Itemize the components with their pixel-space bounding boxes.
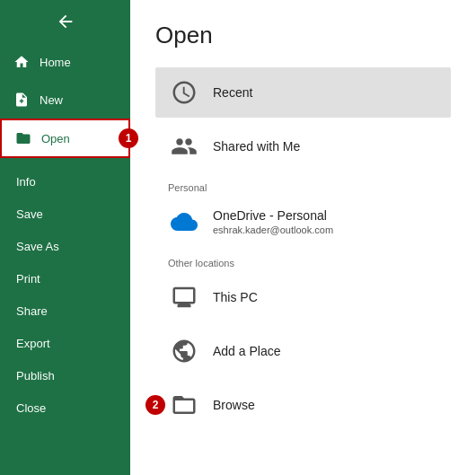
sidebar-item-export-label: Export xyxy=(16,337,50,350)
onedrive-label: OneDrive - Personal xyxy=(213,208,333,223)
pc-icon xyxy=(168,281,200,313)
onedrive-info: OneDrive - Personal eshrak.kader@outlook… xyxy=(213,208,333,235)
home-icon xyxy=(13,53,31,71)
browse-label: Browse xyxy=(213,398,255,412)
people-icon xyxy=(168,130,200,163)
page-title: Open xyxy=(155,22,451,49)
open-option-recent[interactable]: Recent xyxy=(155,67,451,118)
globe-icon xyxy=(168,335,200,367)
this-pc-label: This PC xyxy=(213,290,258,304)
recent-label: Recent xyxy=(213,85,252,100)
sidebar-item-open-label: Open xyxy=(41,132,70,145)
sidebar-item-home[interactable]: Home xyxy=(0,43,130,81)
other-section-label: Other locations xyxy=(155,258,451,268)
sidebar-item-save-as[interactable]: Save As xyxy=(0,230,130,262)
sidebar-item-info-label: Info xyxy=(16,175,36,189)
sidebar-item-print-label: Print xyxy=(16,272,40,286)
folder-browse-icon xyxy=(168,389,200,421)
shared-label: Shared with Me xyxy=(213,139,300,154)
sidebar-item-new-label: New xyxy=(40,93,63,107)
sidebar-item-print[interactable]: Print xyxy=(0,262,130,295)
sidebar-item-publish-label: Publish xyxy=(16,369,55,383)
badge-2: 2 xyxy=(145,395,165,415)
sidebar-item-open[interactable]: Open 1 xyxy=(0,119,130,158)
sidebar-item-save-label: Save xyxy=(16,207,43,221)
new-doc-icon xyxy=(13,91,31,109)
sidebar-item-save[interactable]: Save xyxy=(0,198,130,230)
personal-section-label: Personal xyxy=(155,182,451,193)
add-place-label: Add a Place xyxy=(213,344,281,358)
sidebar-item-info[interactable]: Info xyxy=(0,165,130,198)
open-option-onedrive[interactable]: OneDrive - Personal eshrak.kader@outlook… xyxy=(155,197,451,247)
sidebar-item-share[interactable]: Share xyxy=(0,295,130,327)
folder-open-icon xyxy=(14,129,32,147)
onedrive-sublabel: eshrak.kader@outlook.com xyxy=(213,224,333,235)
sidebar: Home New Open 1 Info Save Save As Print xyxy=(0,0,130,475)
back-button[interactable] xyxy=(0,0,130,43)
sidebar-item-publish[interactable]: Publish xyxy=(0,359,130,391)
cloud-icon xyxy=(168,206,200,238)
badge-1: 1 xyxy=(119,128,138,148)
open-option-shared[interactable]: Shared with Me xyxy=(155,121,451,172)
sidebar-item-home-label: Home xyxy=(40,56,71,69)
sidebar-item-new[interactable]: New xyxy=(0,81,130,119)
sidebar-item-export[interactable]: Export xyxy=(0,327,130,359)
main-content: Open Recent Shared with Me Personal OneD… xyxy=(130,0,476,475)
open-option-browse[interactable]: 2 Browse xyxy=(155,380,451,430)
sidebar-item-close[interactable]: Close xyxy=(0,391,130,424)
sidebar-item-save-as-label: Save As xyxy=(16,240,59,253)
clock-icon xyxy=(168,76,200,109)
sidebar-item-share-label: Share xyxy=(16,304,48,318)
open-option-add-place[interactable]: Add a Place xyxy=(155,326,451,376)
open-option-this-pc[interactable]: This PC xyxy=(155,272,451,322)
sidebar-item-close-label: Close xyxy=(16,401,46,415)
